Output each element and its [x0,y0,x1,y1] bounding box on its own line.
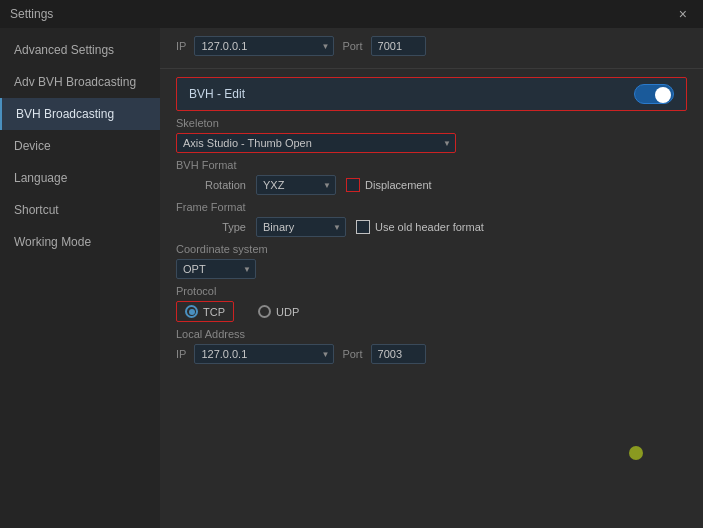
top-ip-select-wrapper: 127.0.0.1 [194,36,334,56]
rotation-select[interactable]: YXZ XYZ ZXY [256,175,336,195]
bvh-edit-title: BVH - Edit [189,87,245,101]
displacement-group: Displacement [346,178,432,192]
top-ip-row: IP 127.0.0.1 Port [176,36,687,56]
local-port-input[interactable] [371,344,426,364]
skeleton-row: Axis Studio - Thumb Open Default Custom [176,133,687,153]
old-header-group: Use old header format [356,220,484,234]
local-address-row: IP 127.0.0.1 Port [176,344,687,364]
sidebar: Advanced Settings Adv BVH Broadcasting B… [0,28,160,528]
coord-row: OPT Unity Unreal [176,259,687,279]
bvh-edit-section: BVH - Edit Skeleton Axis Studio - Thumb … [160,69,703,378]
bvh-edit-header: BVH - Edit [176,77,687,111]
type-select[interactable]: Binary ASCII [256,217,346,237]
sidebar-item-bvh-broadcasting[interactable]: BVH Broadcasting [0,98,160,130]
udp-radio-group: UDP [258,305,299,318]
local-port-label: Port [342,348,362,360]
tcp-radio[interactable] [185,305,198,318]
content-area: IP 127.0.0.1 Port BVH - Edit [160,28,703,528]
local-address-label: Local Address [176,328,687,340]
local-ip-select-wrapper: 127.0.0.1 [194,344,334,364]
top-ip-select[interactable]: 127.0.0.1 [194,36,334,56]
top-port-label: Port [342,40,362,52]
title-bar: Settings × [0,0,703,28]
tcp-label: TCP [203,306,225,318]
skeleton-select-wrapper: Axis Studio - Thumb Open Default Custom [176,133,456,153]
bvh-edit-toggle[interactable] [634,84,674,104]
old-header-checkbox[interactable] [356,220,370,234]
type-label: Type [176,221,246,233]
sidebar-item-shortcut[interactable]: Shortcut [0,194,160,226]
rotation-label: Rotation [176,179,246,191]
sidebar-item-adv-bvh[interactable]: Adv BVH Broadcasting [0,66,160,98]
sidebar-item-working-mode[interactable]: Working Mode [0,226,160,258]
top-port-input[interactable] [371,36,426,56]
top-ip-section: IP 127.0.0.1 Port [160,28,703,69]
close-button[interactable]: × [673,4,693,24]
coord-select[interactable]: OPT Unity Unreal [176,259,256,279]
type-select-wrapper: Binary ASCII [256,217,346,237]
tcp-radio-group: TCP [176,301,234,322]
local-ip-select[interactable]: 127.0.0.1 [194,344,334,364]
protocol-label: Protocol [176,285,687,297]
frame-format-label: Frame Format [176,201,687,213]
displacement-label: Displacement [365,179,432,191]
coord-select-wrapper: OPT Unity Unreal [176,259,256,279]
bvh-format-label: BVH Format [176,159,687,171]
skeleton-select[interactable]: Axis Studio - Thumb Open Default Custom [176,133,456,153]
title-bar-title: Settings [10,7,53,21]
top-ip-label: IP [176,40,186,52]
toggle-track [634,84,674,104]
toggle-thumb [655,87,671,103]
displacement-checkbox[interactable] [346,178,360,192]
udp-radio[interactable] [258,305,271,318]
udp-label: UDP [276,306,299,318]
frame-format-row: Type Binary ASCII Use old header format [176,217,687,237]
sidebar-item-language[interactable]: Language [0,162,160,194]
main-container: Advanced Settings Adv BVH Broadcasting B… [0,28,703,528]
rotation-select-wrapper: YXZ XYZ ZXY [256,175,336,195]
bvh-format-row: Rotation YXZ XYZ ZXY Displacement [176,175,687,195]
protocol-row: TCP UDP [176,301,687,322]
sidebar-item-advanced-settings[interactable]: Advanced Settings [0,34,160,66]
local-ip-label: IP [176,348,186,360]
skeleton-label: Skeleton [176,117,687,129]
sidebar-item-device[interactable]: Device [0,130,160,162]
coord-system-label: Coordinate system [176,243,687,255]
old-header-label: Use old header format [375,221,484,233]
